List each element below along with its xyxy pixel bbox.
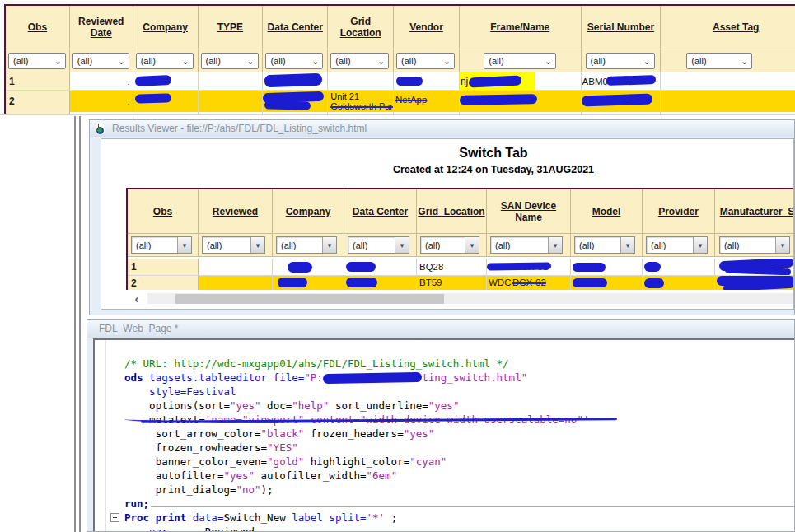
column-header-data-center[interactable]: Data Center: [263, 6, 328, 49]
code-line[interactable]: run;: [124, 497, 589, 511]
row-obs: 1: [128, 259, 199, 275]
chevron-down-icon: ⌄: [377, 57, 385, 65]
cell-san-device-name: WDC-DCX-01: [487, 259, 571, 275]
cell-model: [571, 259, 643, 275]
code-line[interactable]: Proc print data=Switch_New label split='…: [124, 511, 589, 525]
editor-titlebar[interactable]: FDL_Web_Page *: [87, 320, 794, 338]
filter-select-model[interactable]: (all)▾: [574, 236, 635, 254]
filter-select-data-center[interactable]: (all)▾: [348, 236, 409, 254]
scrollbar-thumb[interactable]: [175, 294, 444, 304]
code-token: print_dialog=: [124, 483, 236, 496]
scroll-left-arrow[interactable]: ‹: [126, 293, 147, 304]
filter-select-provider[interactable]: (all)▾: [646, 236, 708, 254]
column-header-reviewed[interactable]: Reviewed: [199, 189, 273, 234]
editor-margin-line: [105, 340, 106, 531]
redaction-mark: [573, 278, 607, 287]
code-line[interactable]: autofilter="yes" autofilter_width="6em": [124, 469, 589, 483]
filter-select-grid-location[interactable]: (all)⌄: [330, 53, 389, 69]
editor-content[interactable]: /* URL: http://wdc-mxgapp01/ahs/FDL/FDL_…: [93, 338, 794, 531]
code-line[interactable]: metatext='name="viewport" content="width…: [124, 413, 589, 427]
results-viewer-titlebar[interactable]: Results Viewer - file://P:/ahs/FDL/FDL_L…: [90, 120, 794, 137]
column-header-manufacturer-sn[interactable]: Manufacturer_S/N: [715, 189, 794, 234]
column-header-type[interactable]: TYPE: [199, 6, 264, 49]
filter-select-company[interactable]: (all)⌄: [136, 53, 194, 69]
code-token: sort_underline=: [329, 399, 428, 412]
column-header-company[interactable]: Company: [133, 6, 199, 49]
grid-location-text: BT59: [419, 278, 442, 287]
filter-select-type[interactable]: (all)⌄: [201, 53, 259, 69]
cell-reviewed: [199, 259, 273, 275]
column-header-model[interactable]: Model: [571, 189, 643, 234]
code-line[interactable]: style=Festival: [124, 385, 589, 399]
code-token: sort_arrow_color=: [124, 427, 261, 440]
column-header-company[interactable]: Company: [273, 189, 344, 234]
column-header-frame-name[interactable]: Frame/Name: [460, 6, 582, 49]
filter-select-grid-location[interactable]: (all)▾: [420, 236, 479, 254]
filter-select-obs[interactable]: (all)▾: [131, 236, 192, 254]
filter-select-obs[interactable]: (all)⌄: [8, 53, 66, 69]
filter-select-reviewed[interactable]: (all)▾: [202, 236, 265, 254]
results-viewer-title: Results Viewer - file://P:/ahs/FDL/FDL_L…: [112, 123, 367, 134]
table-row[interactable]: 2 BT59 WDC- DCX-02: [128, 276, 794, 290]
code-token: ting_switch.html": [422, 371, 527, 384]
filter-value: (all): [579, 240, 594, 250]
table-row[interactable]: 1 . nj ABM0846: [6, 72, 795, 91]
chevron-down-icon: ▾: [465, 237, 479, 253]
column-header-asset-tag[interactable]: Asset Tag: [661, 6, 795, 49]
column-header-serial-number[interactable]: Serial Number: [582, 6, 662, 49]
filter-select-vendor[interactable]: (all)⌄: [396, 53, 455, 69]
horizontal-scrollbar[interactable]: ‹: [126, 293, 793, 304]
filter-select-serial-number[interactable]: (all)⌄: [586, 53, 655, 69]
column-header-grid-location[interactable]: Grid_Location: [417, 189, 487, 234]
column-header-obs[interactable]: Obs: [128, 189, 199, 234]
cell-data-center: [344, 276, 417, 290]
collapse-icon[interactable]: [110, 513, 119, 522]
filter-select-reviewed-date[interactable]: (all)⌄: [72, 53, 129, 69]
code-line[interactable]: banner_color_even="gold" highlight_color…: [124, 455, 589, 469]
column-header-obs[interactable]: Obs: [6, 6, 70, 49]
code-token: banner_color_even=: [124, 455, 267, 468]
chevron-down-icon: ⌄: [54, 57, 62, 65]
top-table: Obs Reviewed Date Company TYPE Data Cent…: [4, 4, 795, 115]
cell-data-center: [263, 91, 328, 112]
column-header-provider[interactable]: Provider: [643, 189, 715, 234]
code-line[interactable]: ods tagsets.tableeditor file="P: ting_sw…: [124, 371, 589, 385]
table-row[interactable]: 2 . Unit 21 Goldsworth Park NetApp: [6, 91, 795, 112]
redaction-mark: [396, 77, 423, 86]
chevron-down-icon: ⌄: [311, 57, 319, 65]
filter-value: (all): [591, 56, 606, 66]
switch-table-filter-row: (all)▾ (all)▾ (all)▾ (all)▾ (all)▾ (all)…: [128, 234, 794, 257]
filter-select-data-center[interactable]: (all)⌄: [265, 53, 323, 69]
code-line[interactable]: var Reviewed: [124, 525, 589, 531]
grid-location-line1: Unit 21: [330, 91, 359, 101]
cell-manufacturer-sn: [715, 276, 794, 290]
code-line[interactable]: options(sort="yes" doc="help" sort_under…: [124, 399, 589, 413]
column-header-reviewed-date[interactable]: Reviewed Date: [70, 6, 133, 49]
code-token: "P:: [304, 371, 323, 384]
page-title: Switch Tab: [101, 146, 794, 161]
table-row[interactable]: 1 BQ28 WDC-DCX-01: [128, 259, 794, 276]
column-header-data-center[interactable]: Data Center: [344, 189, 417, 234]
code-token: highlight_color=: [304, 455, 409, 468]
column-header-san-device-name[interactable]: SAN Device Name: [487, 189, 571, 234]
cell-reviewed-date: .: [70, 91, 133, 112]
code-line[interactable]: print_dialog="no");: [124, 483, 589, 497]
filter-select-manufacturer-sn[interactable]: (all)▾: [719, 236, 790, 254]
code-block[interactable]: /* URL: http://wdc-mxgapp01/ahs/FDL/FDL_…: [124, 357, 589, 531]
code-line[interactable]: sort_arrow_color="black" frozen_headers=…: [124, 427, 589, 441]
filter-select-frame-name[interactable]: (all)⌄: [484, 53, 556, 69]
column-header-vendor[interactable]: Vendor: [394, 6, 460, 49]
chevron-down-icon: ▾: [177, 237, 191, 253]
code-line[interactable]: /* URL: http://wdc-mxgapp01/ahs/FDL/FDL_…: [124, 357, 589, 371]
filter-select-company[interactable]: (all)▾: [276, 236, 337, 254]
redaction-mark: [606, 75, 655, 86]
column-header-grid-location[interactable]: Grid Location: [328, 6, 394, 49]
cell-company: [133, 72, 199, 90]
redaction-mark: [288, 262, 312, 273]
code-token: tagsets.tableeditor file=: [143, 371, 305, 384]
filter-select-san-device-name[interactable]: (all)▾: [490, 236, 563, 254]
cell-serial-number: [582, 91, 662, 112]
filter-select-asset-tag[interactable]: (all)⌄: [686, 53, 752, 69]
filter-value: (all): [495, 240, 510, 250]
code-line[interactable]: frozen_rowheaders="YES": [124, 441, 589, 455]
